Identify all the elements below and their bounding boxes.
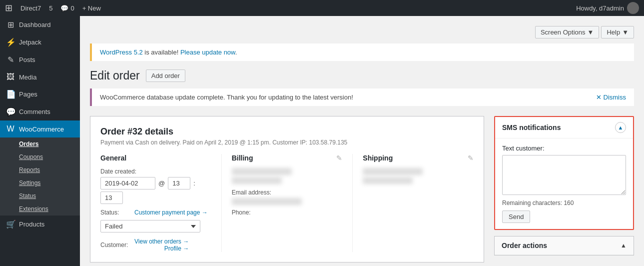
sms-notifications-box: SMS notifications ▲ Text customer: Remai… [494,116,634,230]
sidebar-item-woocommerce[interactable]: W WooCommerce [0,120,80,138]
new-content-link[interactable]: + New [82,4,101,12]
billing-col-title: Billing [232,154,253,162]
help-button[interactable]: Help ▼ [601,26,634,38]
edit-order-layout: Order #32 details Payment via Cash on de… [90,116,634,262]
time-hour-input[interactable] [168,177,190,190]
user-greeting[interactable]: Howdy, d7admin [576,2,639,14]
shipping-edit-icon[interactable]: ✎ [468,154,474,162]
order-actions-chevron-icon: ▲ [621,242,627,249]
admin-sidebar: ⊞ Dashboard ⚡ Jetpack ✎ Posts 🖼 Media 📄 … [0,16,80,266]
sms-title: SMS notifications [502,124,561,132]
sms-header: SMS notifications ▲ [495,117,633,138]
order-title: Order #32 details [100,126,474,137]
top-actions-bar: Screen Options ▼ Help ▼ [90,26,634,38]
billing-column: Billing ✎ Email address: Phone: [232,154,353,252]
billing-edit-icon[interactable]: ✎ [336,154,342,162]
woo-database-notice: WooCommerce database update complete. Th… [90,88,634,106]
site-name[interactable]: Direct7 [20,4,41,12]
shipping-column: Shipping ✎ [363,154,474,252]
status-select-row: Pending payment Processing On hold Compl… [100,220,211,232]
wp-logo-icon[interactable]: ⊞ [5,2,12,14]
customer-row: Customer: View other orders → Profile → [100,238,211,252]
status-label: Status: [100,209,130,216]
time-minute-input[interactable] [100,192,123,204]
status-row: Status: Customer payment page → [100,209,211,216]
general-col-title: General [100,154,126,162]
sidebar-item-coupons[interactable]: Coupons [0,150,80,164]
view-other-orders-link[interactable]: View other orders → [134,238,189,245]
woo-submenu: Orders Coupons Reports Settings Status E… [0,138,80,216]
products-icon: 🛒 [6,220,15,229]
general-column: General Date created: @ : Status: [100,154,222,252]
avatar [627,2,639,14]
page-title-area: Edit order Add order [90,69,634,82]
sidebar-item-extensions[interactable]: Extensions [0,202,80,216]
sidebar-item-media[interactable]: 🖼 Media [0,68,80,86]
profile-link[interactable]: Profile → [134,245,189,252]
date-row: Date created: @ : [100,168,211,204]
comments-menu-icon: 💬 [6,107,15,116]
dashboard-icon: ⊞ [6,20,15,30]
please-update-link[interactable]: Please update now [180,48,235,56]
order-columns: General Date created: @ : Status: [100,154,474,252]
sidebar-item-reports[interactable]: Reports [0,164,80,176]
screen-options-button[interactable]: Screen Options ▼ [535,26,599,38]
shipping-col-title: Shipping [363,154,393,162]
billing-address-blurred [232,177,282,184]
status-select[interactable]: Pending payment Processing On hold Compl… [100,220,200,232]
sms-collapse-button[interactable]: ▲ [615,122,626,133]
chevron-down-icon: ▼ [622,28,629,36]
shipping-name-blurred [363,168,423,175]
order-actions-header[interactable]: Order actions ▲ [495,236,634,255]
text-customer-label: Text customer: [502,144,626,152]
media-icon: 🖼 [6,72,15,82]
sidebar-item-products[interactable]: 🛒 Products [0,216,80,233]
woocommerce-icon: W [6,124,15,134]
jetpack-icon: ⚡ [6,38,15,47]
updates-count: 5 [49,4,52,12]
order-subtitle: Payment via Cash on delivery. Paid on Ap… [100,139,474,146]
sidebar-item-comments[interactable]: 💬 Comments [0,103,80,120]
remaining-chars: Remaining characters: 160 [502,200,626,206]
billing-name-blurred [232,168,292,175]
sidebar-item-dashboard[interactable]: ⊞ Dashboard [0,16,80,34]
wp-version-link[interactable]: WordPress 5.2 [100,48,143,56]
sidebar-item-status[interactable]: Status [0,190,80,202]
at-symbol: @ [158,180,165,187]
sidebar-item-pages[interactable]: 📄 Pages [0,86,80,103]
sms-body: Text customer: Remaining characters: 160… [495,138,633,229]
email-address-label: Email address: [232,189,343,196]
main-content: Screen Options ▼ Help ▼ WordPress 5.2 is… [80,16,644,266]
dismiss-circle-icon: ✕ [596,94,602,101]
update-notice: WordPress 5.2 is available! Please updat… [90,44,634,61]
order-details-card: Order #32 details Payment via Cash on de… [90,116,484,262]
sidebar-item-settings[interactable]: Settings [0,176,80,190]
sidebar-item-jetpack[interactable]: ⚡ Jetpack [0,34,80,51]
dismiss-notice-link[interactable]: ✕ Dismiss [596,94,627,101]
chevron-down-icon: ▼ [588,28,594,36]
shipping-address-blurred [363,177,413,184]
send-sms-button[interactable]: Send [502,210,530,223]
order-actions-box: Order actions ▲ [494,236,634,256]
page-title: Edit order [90,69,140,82]
customer-payment-page-link[interactable]: Customer payment page → [134,209,208,216]
date-input[interactable] [100,177,155,190]
admin-bar: ⊞ Direct7 5 💬 0 + New Howdy, d7admin [0,0,644,16]
sidebar-item-posts[interactable]: ✎ Posts [0,51,80,68]
add-order-button[interactable]: Add order [146,70,185,82]
posts-icon: ✎ [6,55,15,64]
pages-icon: 📄 [6,90,15,99]
right-sidebar: SMS notifications ▲ Text customer: Remai… [494,116,634,256]
comments-link[interactable]: 💬 0 [60,4,74,12]
date-label: Date created: [100,168,211,175]
sms-textarea[interactable] [502,155,626,195]
order-actions-title: Order actions [502,242,547,250]
email-blurred [232,198,302,205]
sidebar-item-orders[interactable]: Orders [0,138,80,150]
updates-icon[interactable]: 5 [49,4,52,12]
customer-label: Customer: [100,242,130,248]
phone-label: Phone: [232,209,343,216]
